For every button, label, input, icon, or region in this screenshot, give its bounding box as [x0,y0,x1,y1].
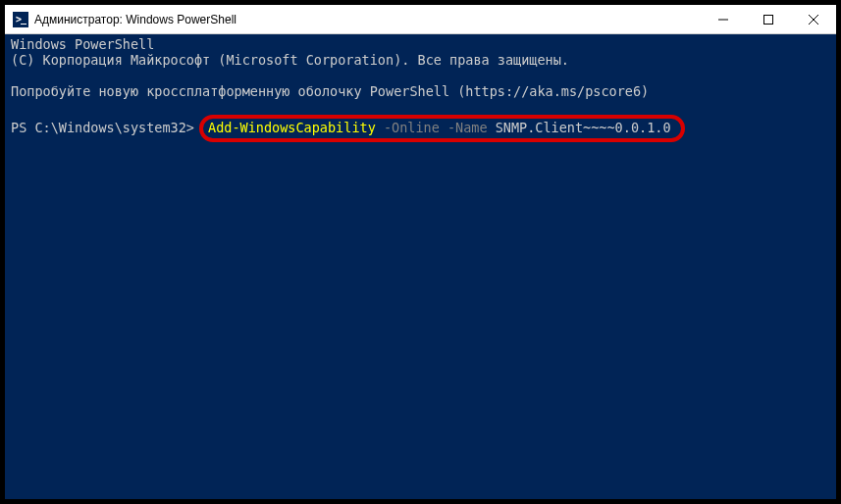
output-line [11,68,830,83]
close-button[interactable] [791,5,836,33]
param-name: -Name [440,120,488,135]
powershell-window: Администратор: Windows PowerShell Window… [5,5,836,499]
output-line [11,99,830,115]
output-line: (C) Корпорация Майкрософт (Microsoft Cor… [11,52,830,68]
powershell-icon [13,12,28,27]
svg-rect-1 [764,15,773,24]
output-line: Windows PowerShell [11,36,830,52]
window-controls [701,5,836,33]
titlebar[interactable]: Администратор: Windows PowerShell [5,5,836,34]
param-value: SNMP.Client~~~~0.0.1.0 [488,120,671,135]
window-title: Администратор: Windows PowerShell [34,13,701,26]
minimize-button[interactable] [701,5,746,33]
prompt-text: PS C:\Windows\system32> [11,120,202,135]
cmdlet-name: Add-WindowsCapability [208,120,376,135]
param-online: -Online [376,120,440,135]
command-highlight: Add-WindowsCapability -Online -Name SNMP… [199,115,684,142]
prompt-line: PS C:\Windows\system32> Add-WindowsCapab… [11,115,830,142]
terminal-area[interactable]: Windows PowerShell (C) Корпорация Майкро… [5,34,836,499]
maximize-button[interactable] [746,5,791,33]
output-line: Попробуйте новую кроссплатформенную обол… [11,83,830,99]
